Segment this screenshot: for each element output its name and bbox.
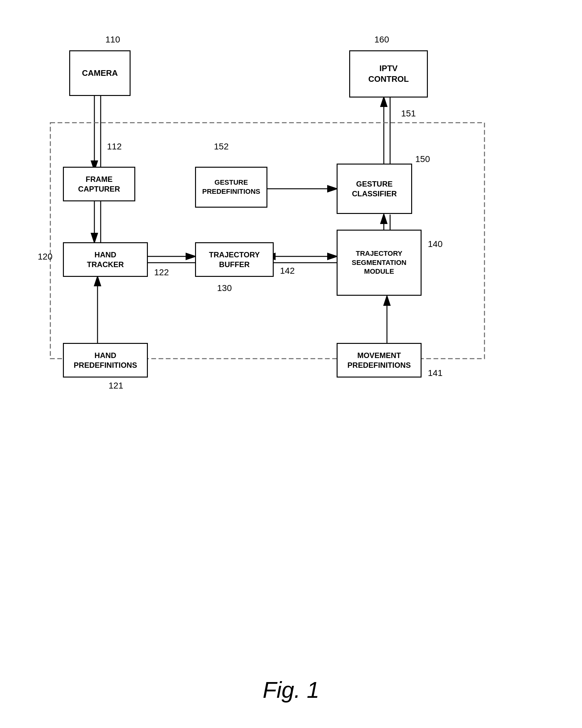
figure-caption: Fig. 1	[263, 677, 319, 703]
ref-152: 152	[214, 141, 229, 152]
camera-box: CAMERA	[69, 50, 131, 96]
movement-predefinitions-box: MOVEMENT PREDEFINITIONS	[337, 343, 422, 378]
ref-122: 122	[154, 267, 169, 278]
ref-112: 112	[107, 141, 122, 152]
ref-121: 121	[109, 381, 123, 391]
trajectory-buffer-box: TRAJECTORY BUFFER	[195, 242, 274, 277]
gesture-predefinitions-box: GESTURE PREDEFINITIONS	[195, 167, 267, 208]
ref-160: 160	[374, 34, 389, 45]
ref-110: 110	[105, 34, 120, 45]
ref-130: 130	[217, 283, 232, 293]
ref-142: 142	[280, 266, 295, 276]
ref-141: 141	[428, 368, 443, 378]
ref-151: 151	[401, 108, 416, 119]
ref-150: 150	[415, 154, 430, 164]
ref-140: 140	[428, 239, 443, 249]
hand-tracker-box: HAND TRACKER	[63, 242, 148, 277]
gesture-classifier-box: GESTURE CLASSIFIER	[337, 163, 412, 214]
hand-predefinitions-box: HAND PREDEFINITIONS	[63, 343, 148, 378]
ref-120: 120	[38, 252, 53, 262]
iptv-control-box: IPTV CONTROL	[349, 50, 428, 98]
diagram: CAMERA 110 IPTV CONTROL 160 151 FRAME CA…	[31, 19, 551, 617]
frame-capturer-box: FRAME CAPTURER	[63, 167, 135, 201]
trajectory-segmentation-box: TRAJECTORY SEGMENTATION MODULE	[337, 230, 422, 296]
